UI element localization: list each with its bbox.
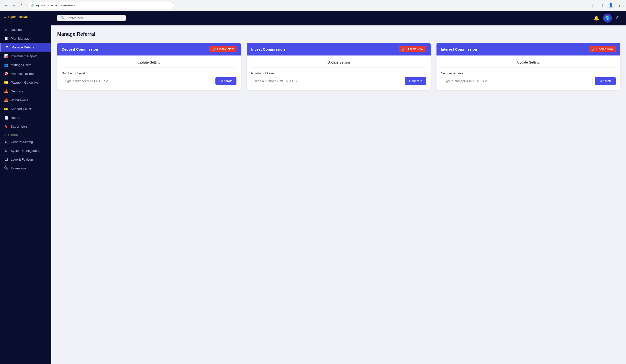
forward-button[interactable]: → — [11, 2, 18, 9]
support-ticket-icon: 🎫 — [4, 107, 8, 111]
logo-favicon-icon: 🖼 — [4, 157, 8, 161]
sidebar-item-manage-referral[interactable]: ♻ Manage Referral — [0, 43, 51, 52]
link-icon: 🔗 — [212, 47, 216, 51]
manage-referral-icon: ♻ — [5, 45, 9, 49]
interest-field-label: Number of Level — [441, 71, 616, 75]
clock-icon: ⏱ — [616, 15, 620, 21]
search-bar[interactable]: 🔍 — [57, 15, 126, 21]
deposit-commission-card: Deposit Commission 🔗 Disable Now Update … — [57, 43, 241, 90]
extensions-icon: 🔌 — [4, 166, 8, 170]
plan-manage-icon: 📋 — [4, 36, 8, 40]
address-bar[interactable]: 🔗 xg.hwym.shop/admin/referrals — [27, 2, 174, 9]
settings-section-label: SETTINGS — [0, 131, 51, 137]
address-text: xg.hwym.shop/admin/referrals — [36, 4, 75, 7]
sidebar-item-support-ticket[interactable]: 🎫 Support Ticket › — [0, 104, 51, 113]
sidebar-item-dashboard[interactable]: ⌂ Dashboard — [0, 25, 51, 34]
header-right-actions: 🔔 🌎 ⏱ — [594, 14, 620, 23]
interest-commission-title: Interest Commission — [441, 47, 477, 51]
interest-commission-card-header: Interest Commission 🔗 Disable Now — [436, 43, 620, 55]
sidebar-item-report[interactable]: 📄 Report › — [0, 113, 51, 122]
report-icon: 📄 — [4, 116, 8, 119]
chevron-down-icon-support: › — [47, 108, 47, 110]
search-input[interactable] — [67, 16, 122, 20]
sidebar: ★ Super Festival ⌂ Dashboard 📋 Plan Mana… — [0, 11, 51, 364]
sidebar-label-manage-users: Manage Users — [11, 63, 32, 67]
deposit-commission-card-header: Deposit Commission 🔗 Disable Now — [57, 43, 241, 55]
deposit-input-row: Generate — [62, 77, 236, 85]
sidebar-item-manage-users[interactable]: 👥 Manage Users › — [0, 60, 51, 69]
deposit-number-input[interactable] — [62, 77, 213, 85]
chevron-down-icon-payments: › — [47, 81, 47, 84]
commission-cards-grid: Deposit Commission 🔗 Disable Now Update … — [57, 43, 620, 90]
deposit-update-setting-label: Update Setting — [62, 60, 236, 68]
address-icon: 🔗 — [31, 4, 34, 7]
invest-commission-card-body: Update Setting Number of Level Generate — [247, 55, 430, 90]
withdrawals-icon: 📤 — [4, 98, 8, 102]
invest-commission-title: Invest Commission — [251, 47, 285, 51]
browser-actions: ▭ ☆ ⇓ 👤 ⋮ — [581, 2, 623, 9]
back-button[interactable]: ← — [3, 2, 10, 9]
interest-commission-disable-button[interactable]: 🔗 Disable Now — [588, 46, 616, 52]
logo-text: Super Festival — [8, 15, 28, 19]
refresh-button[interactable]: ↻ — [19, 2, 25, 9]
sidebar-item-deposits[interactable]: 📥 Deposits › — [0, 87, 51, 96]
page-title: Manage Referral — [57, 31, 620, 37]
deposit-generate-button[interactable]: Generate — [215, 77, 236, 85]
sidebar-label-general-setting: General Setting — [11, 140, 33, 144]
general-setting-icon: ⚙ — [4, 140, 8, 144]
invest-generate-button[interactable]: Generate — [405, 77, 426, 85]
interest-input-row: Generate — [441, 77, 616, 85]
sidebar-label-withdrawals: Withdrawals — [11, 98, 28, 102]
sidebar-label-investment-report: Investment Report — [11, 54, 37, 58]
sidebar-item-subscribers[interactable]: 🔖 Subscribers — [0, 122, 51, 131]
cast-button[interactable]: ▭ — [581, 2, 588, 9]
link-icon-interest: 🔗 — [591, 47, 595, 51]
sidebar-item-plan-manage[interactable]: 📋 Plan Manage › — [0, 34, 51, 43]
invest-number-input[interactable] — [251, 77, 403, 85]
sidebar-logo: ★ Super Festival — [0, 11, 51, 23]
sidebar-item-investment-report[interactable]: 📊 Investment Report — [0, 52, 51, 60]
download-button[interactable]: ⇓ — [599, 2, 605, 9]
main-content: Manage Referral Deposit Commission 🔗 Dis… — [51, 25, 626, 364]
browser-nav-buttons: ← → ↻ — [3, 2, 25, 9]
notification-bell-button[interactable]: 🔔 — [594, 15, 599, 21]
app-container: ★ Super Festival ⌂ Dashboard 📋 Plan Mana… — [0, 11, 626, 364]
profile-button[interactable]: 👤 — [607, 2, 614, 9]
deposit-commission-card-body: Update Setting Number of Level Generate — [57, 55, 241, 90]
sidebar-navigation: ⌂ Dashboard 📋 Plan Manage › ♻ Manage Ref… — [0, 23, 51, 364]
invest-update-setting-label: Update Setting — [251, 60, 426, 68]
sidebar-item-general-setting[interactable]: ⚙ General Setting — [0, 137, 51, 146]
deposit-field-label: Number of Level — [62, 71, 236, 75]
chevron-down-icon-withdrawals: › — [47, 99, 47, 102]
user-avatar[interactable]: 🌎 — [603, 14, 612, 23]
interest-number-input[interactable] — [441, 77, 593, 85]
chevron-down-icon: › — [47, 37, 47, 40]
sidebar-item-system-configuration[interactable]: ⚙ System Configuration — [0, 146, 51, 155]
sidebar-item-withdrawals[interactable]: 📤 Withdrawals › — [0, 96, 51, 104]
sidebar-item-logo-favicon[interactable]: 🖼 Logo & Favicon — [0, 155, 51, 164]
sidebar-label-system-configuration: System Configuration — [11, 149, 41, 152]
sidebar-label-extensions: Extensions — [11, 166, 26, 170]
payment-gateways-icon: 💳 — [4, 80, 8, 84]
sidebar-item-promotional-tool[interactable]: 🎯 Promotional Tool — [0, 69, 51, 78]
invest-input-row: Generate — [251, 77, 426, 85]
sidebar-item-extensions[interactable]: 🔌 Extensions — [0, 164, 51, 173]
sidebar-label-subscribers: Subscribers — [11, 125, 28, 128]
bookmark-button[interactable]: ☆ — [590, 2, 597, 9]
invest-commission-disable-button[interactable]: 🔗 Disable Now — [399, 46, 426, 52]
app-header: 🔍 🔔 🌎 ⏱ — [51, 11, 626, 25]
dashboard-icon: ⌂ — [4, 28, 8, 32]
sidebar-label-report: Report — [11, 116, 20, 119]
sidebar-label-promotional-tool: Promotional Tool — [11, 72, 35, 75]
sidebar-item-payment-gateways[interactable]: 💳 Payment Gateways › — [0, 78, 51, 87]
chevron-down-icon-users: › — [47, 64, 47, 66]
menu-button[interactable]: ⋮ — [616, 2, 623, 9]
promotional-tool-icon: 🎯 — [4, 72, 8, 75]
browser-chrome: ← → ↻ 🔗 xg.hwym.shop/admin/referrals ▭ ☆… — [0, 0, 626, 11]
investment-report-icon: 📊 — [4, 54, 8, 58]
interest-generate-button[interactable]: Generate — [595, 77, 616, 85]
logo-star-icon: ★ — [4, 16, 6, 18]
sidebar-label-logo-favicon: Logo & Favicon — [11, 158, 33, 161]
deposit-commission-disable-button[interactable]: 🔗 Disable Now — [209, 46, 236, 52]
sidebar-label-manage-referral: Manage Referral — [11, 45, 35, 49]
